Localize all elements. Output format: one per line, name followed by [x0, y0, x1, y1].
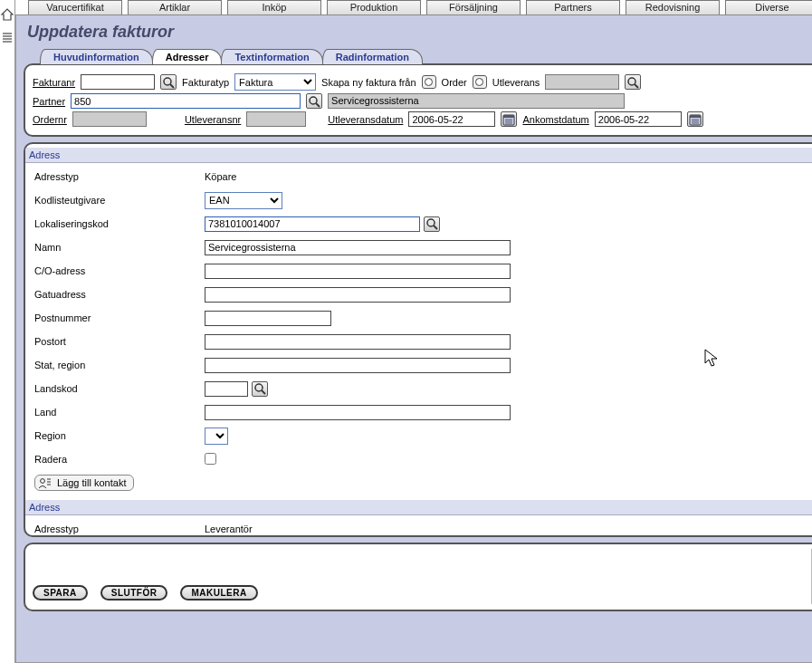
utleveransdatum-input[interactable] [408, 111, 495, 127]
header-panel: Fakturanr Fakturatyp Faktura Skapa ny fa… [24, 63, 812, 137]
adresstyp-value: Köpare [201, 169, 812, 184]
partner-lookup-button[interactable] [306, 93, 322, 109]
main-menu: Varucertifikat Artiklar Inköp Produktion… [15, 0, 812, 15]
menu-item-inkop[interactable]: Inköp [227, 0, 321, 14]
postnummer-input[interactable] [205, 311, 331, 326]
fakturatyp-select[interactable]: Faktura [234, 73, 316, 91]
namn-label: Namn [31, 240, 201, 255]
address-section-header-1: Adress [25, 148, 812, 163]
lokaliseringskod-input[interactable] [205, 216, 420, 232]
ankomstdatum-label: Ankomstdatum [522, 114, 588, 125]
order-radio[interactable] [422, 75, 436, 89]
page-title: Uppdatera fakturor [27, 23, 812, 42]
ordernr-label: Ordernr [33, 114, 67, 125]
gatuadress-label: Gatuadress [31, 287, 201, 302]
co-adress-input[interactable] [205, 264, 511, 279]
fakturanr-input[interactable] [81, 74, 155, 90]
tab-huvudinformation[interactable]: Huvudinformation [40, 49, 153, 64]
utleveransnr-label: Utleveransnr [185, 114, 241, 125]
menu-item-artiklar[interactable]: Artiklar [128, 0, 222, 14]
menu-item-varucertifikat[interactable]: Varucertifikat [28, 0, 122, 14]
stat-region-input[interactable] [205, 358, 511, 373]
ankomstdatum-calendar-button[interactable] [687, 111, 703, 127]
tab-row: Huvudinformation Adresser Textinformatio… [40, 49, 812, 64]
utleverans-label: Utleverans [492, 77, 540, 88]
region-label: Region [31, 428, 201, 443]
land-label: Land [31, 405, 201, 419]
adresstyp-label: Adresstyp [31, 169, 201, 184]
address-section-header-2: Adress [25, 500, 812, 515]
fakturanr-lookup-button[interactable] [160, 74, 177, 90]
home-icon[interactable] [0, 7, 14, 22]
namn-input[interactable] [205, 240, 511, 255]
ordernr-display [72, 111, 147, 127]
makulera-button[interactable]: MAKULERA [180, 585, 257, 601]
footer-panel: SPARA SLUTFÖR MAKULERA Exkl. moms 0.00 M… [24, 543, 812, 611]
adresstyp2-label: Adresstyp [31, 522, 201, 535]
radera-checkbox[interactable] [205, 453, 216, 465]
menu-item-partners[interactable]: Partners [526, 0, 620, 14]
tab-radinformation[interactable]: Radinformation [322, 49, 423, 64]
co-adress-label: C/O-adress [31, 264, 201, 278]
kodlisteutgivare-select[interactable]: EAN [205, 192, 282, 209]
address-scroll-panel: Adress Adresstyp Köpare Kodlisteutgivare… [24, 142, 812, 537]
stat-region-label: Stat, region [31, 358, 201, 372]
add-contact-label: Lägg till kontakt [57, 477, 126, 488]
menu-item-diverse[interactable]: Diverse [725, 0, 812, 14]
order-label: Order [442, 77, 467, 88]
utleverans-ref-field [545, 74, 619, 90]
utleverans-radio[interactable] [473, 75, 487, 89]
kodlisteutgivare-label: Kodlisteutgivare [31, 193, 201, 207]
postort-input[interactable] [205, 334, 511, 350]
radera-label: Radera [31, 452, 201, 466]
region-select[interactable] [205, 428, 228, 445]
landskod-input[interactable] [205, 381, 248, 397]
fakturanr-label: Fakturanr [33, 77, 75, 88]
ankomstdatum-input[interactable] [595, 111, 682, 127]
utleveransdatum-calendar-button[interactable] [501, 111, 517, 127]
gatuadress-input[interactable] [205, 287, 511, 303]
utleveransdatum-label: Utleveransdatum [328, 114, 403, 125]
add-contact-button[interactable]: Lägg till kontakt [34, 475, 134, 491]
menu-item-produktion[interactable]: Produktion [327, 0, 421, 14]
partner-label: Partner [33, 96, 65, 107]
skapa-label: Skapa ny faktura från [321, 77, 416, 88]
spara-button[interactable]: SPARA [33, 585, 88, 601]
contact-icon [38, 476, 52, 489]
tab-adresser[interactable]: Adresser [152, 49, 223, 64]
landskod-label: Landskod [31, 381, 201, 396]
partner-name-display: Servicegrossisterna [328, 93, 625, 109]
utleverans-lookup-button[interactable] [625, 74, 641, 90]
postnummer-label: Postnummer [31, 311, 201, 325]
utleveransnr-display [246, 111, 306, 127]
lokaliseringskod-lookup-button[interactable] [424, 216, 440, 232]
menu-lines-icon[interactable] [1, 31, 14, 43]
menu-item-forsaljning[interactable]: Försäljning [426, 0, 521, 14]
tab-textinformation[interactable]: Textinformation [221, 49, 322, 64]
slutfor-button[interactable]: SLUTFÖR [100, 585, 168, 601]
landskod-lookup-button[interactable] [252, 381, 268, 397]
menu-item-redovisning[interactable]: Redovisning [626, 0, 720, 14]
lokaliseringskod-label: Lokaliseringskod [31, 216, 201, 231]
adresstyp2-value: Leverantör [201, 522, 812, 535]
postort-label: Postort [31, 334, 201, 349]
partner-input[interactable] [71, 93, 301, 109]
land-input[interactable] [205, 405, 511, 420]
fakturatyp-label: Fakturatyp [182, 77, 229, 88]
